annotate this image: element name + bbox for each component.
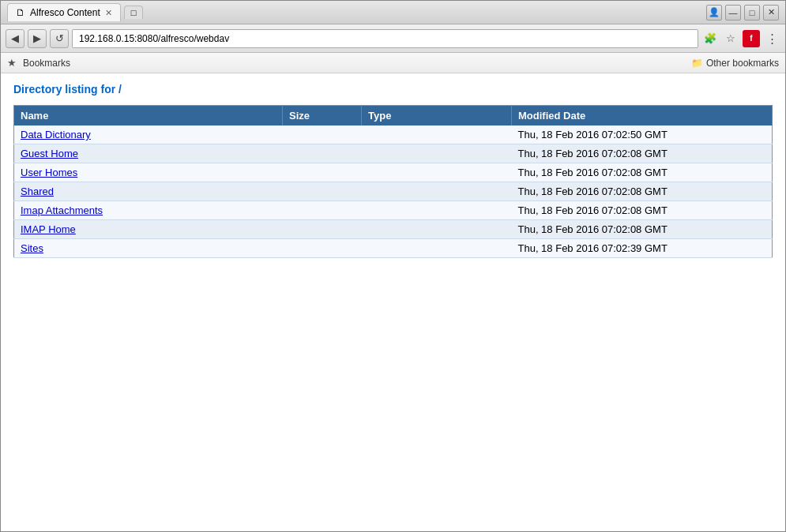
new-tab-button[interactable]: □ [124,6,144,19]
row-date-cell: Thu, 18 Feb 2016 07:02:08 GMT [512,163,773,182]
forward-button[interactable]: ▶ [28,29,47,48]
row-name-cell: User Homes [14,163,283,182]
bookmark-star-icon: ☆ [726,32,735,44]
table-row: SharedThu, 18 Feb 2016 07:02:08 GMT [14,182,773,201]
row-size-cell [283,144,362,163]
maximize-button[interactable]: □ [744,5,760,21]
row-name-cell: Guest Home [14,144,283,163]
address-text: 192.168.0.15:8080/alfresco/webdav [79,33,229,44]
folder-icon: 📁 [691,58,703,69]
row-type-cell [362,182,512,201]
directory-table: Name Size Type Modified Date Data Dictio… [13,105,773,258]
row-name-cell: Shared [14,182,283,201]
forward-icon: ▶ [33,32,41,44]
user-icon: 👤 [709,7,720,17]
row-type-cell [362,239,512,258]
dir-link[interactable]: Guest Home [21,148,78,159]
more-icon: ⋮ [766,32,778,46]
bookmark-star-button[interactable]: ☆ [722,30,739,47]
row-date-cell: Thu, 18 Feb 2016 07:02:08 GMT [512,201,773,220]
row-size-cell [283,182,362,201]
row-type-cell [362,220,512,239]
row-size-cell [283,239,362,258]
row-date-cell: Thu, 18 Feb 2016 07:02:50 GMT [512,126,773,144]
nav-icons: 🧩 ☆ f ⋮ [701,30,780,47]
col-header-date: Modified Date [512,106,773,126]
flipboard-button[interactable]: f [743,30,760,47]
browser-tab[interactable]: 🗋 Alfresco Content ✕ [7,3,121,21]
row-type-cell [362,126,512,144]
more-options-button[interactable]: ⋮ [763,30,780,47]
address-bar[interactable]: 192.168.0.15:8080/alfresco/webdav [72,29,698,48]
minimize-button[interactable]: — [725,5,741,21]
row-size-cell [283,163,362,182]
table-row: Guest HomeThu, 18 Feb 2016 07:02:08 GMT [14,144,773,163]
tab-page-icon: 🗋 [16,7,25,18]
row-date-cell: Thu, 18 Feb 2016 07:02:08 GMT [512,144,773,163]
dir-link[interactable]: IMAP Home [21,223,76,235]
tab-title: Alfresco Content [30,7,100,18]
user-button[interactable]: 👤 [706,5,722,21]
row-size-cell [283,201,362,220]
row-date-cell: Thu, 18 Feb 2016 07:02:08 GMT [512,182,773,201]
tab-close-button[interactable]: ✕ [105,8,112,18]
dir-link[interactable]: Shared [21,185,54,197]
table-row: IMAP HomeThu, 18 Feb 2016 07:02:08 GMT [14,220,773,239]
refresh-button[interactable]: ↺ [50,29,69,48]
title-bar: 🗋 Alfresco Content ✕ □ 👤 — □ ✕ [1,1,785,24]
dir-link[interactable]: Imap Attachments [21,204,103,216]
row-type-cell [362,201,512,220]
minimize-icon: — [729,8,738,17]
other-bookmarks[interactable]: 📁 Other bookmarks [691,58,779,69]
other-bookmarks-label: Other bookmarks [706,58,779,69]
table-row: Imap AttachmentsThu, 18 Feb 2016 07:02:0… [14,201,773,220]
row-name-cell: Imap Attachments [14,201,283,220]
extensions-button[interactable]: 🧩 [701,30,719,47]
nav-bar: ◀ ▶ ↺ 192.168.0.15:8080/alfresco/webdav … [1,24,785,53]
refresh-icon: ↺ [55,32,64,44]
col-header-name: Name [14,106,283,126]
row-size-cell [283,220,362,239]
row-name-cell: Data Dictionary [14,126,283,144]
title-bar-title: 🗋 Alfresco Content ✕ □ [7,3,706,21]
row-type-cell [362,144,512,163]
table-row: Data DictionaryThu, 18 Feb 2016 07:02:50… [14,126,773,144]
bookmarks-label: Bookmarks [23,58,70,69]
page-heading: Directory listing for / [13,83,773,96]
row-name-cell: IMAP Home [14,220,283,239]
table-row: SitesThu, 18 Feb 2016 07:02:39 GMT [14,239,773,258]
bookmarks-bar: ★ Bookmarks 📁 Other bookmarks [1,53,785,73]
table-header-row: Name Size Type Modified Date [14,106,773,126]
dir-link[interactable]: Sites [21,242,43,254]
row-date-cell: Thu, 18 Feb 2016 07:02:39 GMT [512,239,773,258]
close-icon: ✕ [768,7,775,17]
browser-window: 🗋 Alfresco Content ✕ □ 👤 — □ ✕ [0,0,786,532]
maximize-icon: □ [750,8,755,17]
row-name-cell: Sites [14,239,283,258]
back-button[interactable]: ◀ [6,29,24,48]
col-header-type: Type [362,106,512,126]
table-row: User HomesThu, 18 Feb 2016 07:02:08 GMT [14,163,773,182]
flipboard-icon: f [750,34,752,43]
dir-link[interactable]: User Homes [21,167,77,178]
window-controls: 👤 — □ ✕ [706,5,779,21]
dir-link[interactable]: Data Dictionary [21,129,91,140]
row-size-cell [283,126,362,144]
page-content: Directory listing for / Name Size Type M… [1,73,785,531]
row-date-cell: Thu, 18 Feb 2016 07:02:08 GMT [512,220,773,239]
col-header-size: Size [283,106,362,126]
back-icon: ◀ [11,32,19,44]
new-tab-icon: □ [131,8,137,17]
row-type-cell [362,163,512,182]
close-button[interactable]: ✕ [763,5,779,21]
bookmarks-star-icon: ★ [7,57,17,69]
extensions-icon: 🧩 [704,32,716,44]
